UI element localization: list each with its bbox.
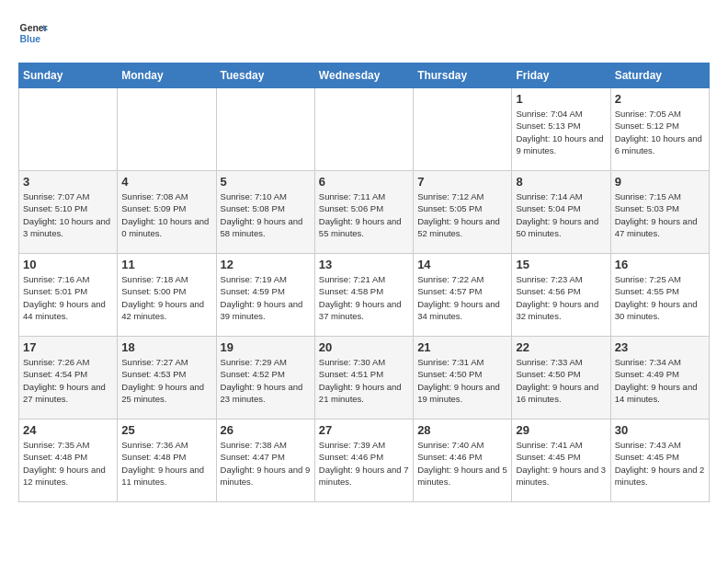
day-info: Sunrise: 7:34 AM Sunset: 4:49 PM Dayligh… [615, 356, 705, 405]
calendar-cell: 15Sunrise: 7:23 AM Sunset: 4:56 PM Dayli… [512, 254, 610, 337]
day-info: Sunrise: 7:12 AM Sunset: 5:05 PM Dayligh… [417, 190, 507, 239]
day-info: Sunrise: 7:22 AM Sunset: 4:57 PM Dayligh… [417, 273, 507, 322]
logo-icon: General Blue [18, 18, 48, 48]
day-info: Sunrise: 7:16 AM Sunset: 5:01 PM Dayligh… [23, 273, 113, 322]
calendar-cell: 26Sunrise: 7:38 AM Sunset: 4:47 PM Dayli… [216, 419, 314, 502]
day-info: Sunrise: 7:11 AM Sunset: 5:06 PM Dayligh… [319, 190, 409, 239]
calendar-cell [216, 88, 314, 171]
calendar-cell: 21Sunrise: 7:31 AM Sunset: 4:50 PM Dayli… [414, 337, 512, 419]
day-info: Sunrise: 7:19 AM Sunset: 4:59 PM Dayligh… [221, 273, 311, 322]
calendar-week-1: 1Sunrise: 7:04 AM Sunset: 5:13 PM Daylig… [19, 88, 710, 171]
day-info: Sunrise: 7:07 AM Sunset: 5:10 PM Dayligh… [23, 190, 113, 239]
calendar-cell: 10Sunrise: 7:16 AM Sunset: 5:01 PM Dayli… [19, 254, 118, 337]
calendar-cell: 29Sunrise: 7:41 AM Sunset: 4:45 PM Dayli… [512, 419, 610, 502]
calendar-cell: 8Sunrise: 7:14 AM Sunset: 5:04 PM Daylig… [512, 171, 610, 254]
calendar-cell: 30Sunrise: 7:43 AM Sunset: 4:45 PM Dayli… [610, 419, 709, 502]
calendar-cell: 20Sunrise: 7:30 AM Sunset: 4:51 PM Dayli… [314, 337, 413, 419]
weekday-header-monday: Monday [118, 63, 216, 88]
calendar-cell: 19Sunrise: 7:29 AM Sunset: 4:52 PM Dayli… [216, 337, 314, 419]
calendar-cell: 25Sunrise: 7:36 AM Sunset: 4:48 PM Dayli… [118, 419, 216, 502]
calendar-cell: 3Sunrise: 7:07 AM Sunset: 5:10 PM Daylig… [19, 171, 118, 254]
day-number: 10 [23, 258, 113, 271]
weekday-header-thursday: Thursday [414, 63, 512, 88]
calendar-cell: 28Sunrise: 7:40 AM Sunset: 4:46 PM Dayli… [414, 419, 512, 502]
weekday-header-tuesday: Tuesday [216, 63, 314, 88]
calendar-cell [314, 88, 413, 171]
page-header: General Blue [18, 18, 710, 48]
calendar-cell: 17Sunrise: 7:26 AM Sunset: 4:54 PM Dayli… [19, 337, 118, 419]
day-number: 22 [516, 340, 606, 354]
logo: General Blue [18, 18, 53, 48]
day-number: 4 [121, 175, 211, 189]
day-number: 21 [417, 340, 507, 354]
day-info: Sunrise: 7:33 AM Sunset: 4:50 PM Dayligh… [516, 356, 606, 405]
day-number: 19 [221, 340, 311, 354]
calendar-cell: 6Sunrise: 7:11 AM Sunset: 5:06 PM Daylig… [314, 171, 413, 254]
weekday-header-row: SundayMondayTuesdayWednesdayThursdayFrid… [19, 63, 710, 88]
day-info: Sunrise: 7:41 AM Sunset: 4:45 PM Dayligh… [516, 439, 606, 488]
weekday-header-friday: Friday [512, 63, 610, 88]
day-info: Sunrise: 7:14 AM Sunset: 5:04 PM Dayligh… [516, 190, 606, 239]
calendar-cell: 7Sunrise: 7:12 AM Sunset: 5:05 PM Daylig… [414, 171, 512, 254]
day-info: Sunrise: 7:05 AM Sunset: 5:12 PM Dayligh… [615, 108, 705, 156]
day-number: 29 [516, 423, 606, 437]
day-number: 24 [23, 423, 113, 437]
day-number: 17 [23, 340, 113, 354]
day-number: 9 [615, 175, 705, 189]
weekday-header-wednesday: Wednesday [314, 63, 413, 88]
day-number: 2 [615, 92, 705, 106]
calendar-cell: 11Sunrise: 7:18 AM Sunset: 5:00 PM Dayli… [118, 254, 216, 337]
day-info: Sunrise: 7:18 AM Sunset: 5:00 PM Dayligh… [121, 273, 211, 322]
day-number: 1 [516, 92, 606, 106]
day-number: 23 [615, 340, 705, 354]
day-number: 11 [121, 258, 211, 271]
day-info: Sunrise: 7:30 AM Sunset: 4:51 PM Dayligh… [319, 356, 409, 405]
day-number: 28 [417, 423, 507, 437]
calendar-cell: 23Sunrise: 7:34 AM Sunset: 4:49 PM Dayli… [610, 337, 709, 419]
calendar-week-2: 3Sunrise: 7:07 AM Sunset: 5:10 PM Daylig… [19, 171, 710, 254]
day-number: 6 [319, 175, 409, 189]
day-number: 7 [417, 175, 507, 189]
day-number: 30 [615, 423, 705, 437]
day-info: Sunrise: 7:23 AM Sunset: 4:56 PM Dayligh… [516, 273, 606, 322]
weekday-header-saturday: Saturday [610, 63, 709, 88]
day-info: Sunrise: 7:15 AM Sunset: 5:03 PM Dayligh… [615, 190, 705, 239]
day-info: Sunrise: 7:31 AM Sunset: 4:50 PM Dayligh… [417, 356, 507, 405]
day-info: Sunrise: 7:08 AM Sunset: 5:09 PM Dayligh… [121, 190, 211, 239]
day-info: Sunrise: 7:26 AM Sunset: 4:54 PM Dayligh… [23, 356, 113, 405]
day-info: Sunrise: 7:38 AM Sunset: 4:47 PM Dayligh… [221, 439, 311, 488]
day-info: Sunrise: 7:29 AM Sunset: 4:52 PM Dayligh… [221, 356, 311, 405]
day-number: 20 [319, 340, 409, 354]
day-number: 25 [121, 423, 211, 437]
calendar-cell [19, 88, 118, 171]
day-info: Sunrise: 7:04 AM Sunset: 5:13 PM Dayligh… [516, 108, 606, 156]
day-number: 12 [221, 258, 311, 271]
calendar-table: SundayMondayTuesdayWednesdayThursdayFrid… [18, 63, 710, 502]
calendar-cell: 5Sunrise: 7:10 AM Sunset: 5:08 PM Daylig… [216, 171, 314, 254]
calendar-cell: 9Sunrise: 7:15 AM Sunset: 5:03 PM Daylig… [610, 171, 709, 254]
calendar-cell: 12Sunrise: 7:19 AM Sunset: 4:59 PM Dayli… [216, 254, 314, 337]
day-info: Sunrise: 7:10 AM Sunset: 5:08 PM Dayligh… [221, 190, 311, 239]
calendar-week-4: 17Sunrise: 7:26 AM Sunset: 4:54 PM Dayli… [19, 337, 710, 419]
day-info: Sunrise: 7:36 AM Sunset: 4:48 PM Dayligh… [121, 439, 211, 488]
calendar-cell: 13Sunrise: 7:21 AM Sunset: 4:58 PM Dayli… [314, 254, 413, 337]
svg-text:Blue: Blue [20, 34, 41, 44]
day-number: 3 [23, 175, 113, 189]
day-number: 8 [516, 175, 606, 189]
calendar-cell: 4Sunrise: 7:08 AM Sunset: 5:09 PM Daylig… [118, 171, 216, 254]
calendar-week-3: 10Sunrise: 7:16 AM Sunset: 5:01 PM Dayli… [19, 254, 710, 337]
day-number: 26 [221, 423, 311, 437]
weekday-header-sunday: Sunday [19, 63, 118, 88]
day-number: 16 [615, 258, 705, 271]
calendar-cell: 2Sunrise: 7:05 AM Sunset: 5:12 PM Daylig… [610, 88, 709, 171]
calendar-cell: 16Sunrise: 7:25 AM Sunset: 4:55 PM Dayli… [610, 254, 709, 337]
day-number: 5 [221, 175, 311, 189]
day-info: Sunrise: 7:35 AM Sunset: 4:48 PM Dayligh… [23, 439, 113, 488]
day-number: 15 [516, 258, 606, 271]
day-number: 27 [319, 423, 409, 437]
calendar-cell: 27Sunrise: 7:39 AM Sunset: 4:46 PM Dayli… [314, 419, 413, 502]
calendar-cell: 22Sunrise: 7:33 AM Sunset: 4:50 PM Dayli… [512, 337, 610, 419]
calendar-cell [118, 88, 216, 171]
day-info: Sunrise: 7:40 AM Sunset: 4:46 PM Dayligh… [417, 439, 507, 488]
day-info: Sunrise: 7:25 AM Sunset: 4:55 PM Dayligh… [615, 273, 705, 322]
